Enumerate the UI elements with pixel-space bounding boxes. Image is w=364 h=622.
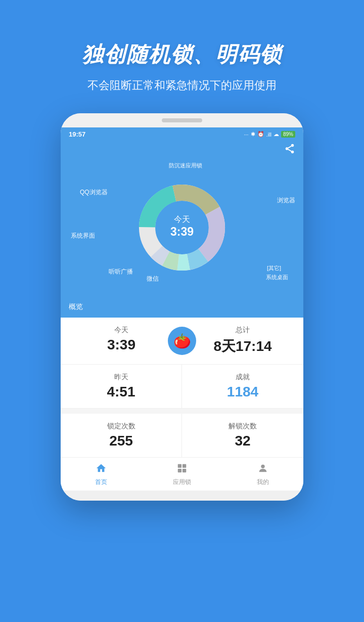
today-label: 今天	[71, 326, 172, 335]
wifi-icon: ☁	[274, 131, 279, 138]
stat-achievement: 成就 1184	[182, 365, 303, 408]
stat-lock-count: 锁定次数 255	[61, 414, 182, 457]
profile-icon	[257, 463, 268, 477]
achievement-label: 成就	[192, 373, 293, 382]
yesterday-label: 昨天	[71, 373, 171, 382]
unlock-count-value: 32	[192, 433, 293, 449]
svg-rect-18	[178, 469, 181, 472]
svg-line-3	[288, 149, 291, 151]
total-value: 8天17:14	[192, 337, 293, 356]
section-divider	[61, 409, 303, 414]
home-label: 首页	[95, 478, 107, 486]
yesterday-value: 4:51	[71, 384, 171, 400]
phone-top-bar	[61, 113, 303, 127]
phone-tab-overview: 概览	[61, 298, 303, 318]
unlock-count-label: 解锁次数	[192, 422, 293, 431]
phone-mockup: 19:57 ··· ✱ ⏰ .ill ☁ 89%	[61, 113, 303, 501]
applock-icon	[176, 463, 188, 477]
stats-grid-top: 今天 3:39 🍅 总计 8天17:14	[61, 318, 303, 365]
stats-grid-bottom: 昨天 4:51 成就 1184	[61, 365, 303, 409]
lock-count-value: 255	[71, 433, 171, 449]
chart-area: 防沉迷应用锁 QQ浏览器 浏览器 系统界面 [其它] 系统桌面 听听广播 微信	[61, 157, 303, 298]
phone-bottom-bar	[61, 491, 303, 501]
status-time: 19:57	[69, 130, 85, 138]
total-label: 总计	[192, 326, 293, 335]
signal-icon: .ill	[266, 131, 271, 138]
svg-text:3:39: 3:39	[170, 225, 194, 238]
chart-label-wechat: 微信	[147, 275, 159, 283]
status-icons: ··· ✱ ⏰ .ill ☁ 89%	[244, 131, 295, 138]
chart-label-desktop: 系统桌面	[266, 274, 288, 281]
chart-label-system-ui: 系统界面	[71, 232, 95, 240]
today-value: 3:39	[71, 337, 172, 353]
stat-unlock-count: 解锁次数 32	[182, 414, 303, 457]
nav-item-applock[interactable]: 应用锁	[142, 458, 222, 491]
bottom-nav: 首页 应用锁	[61, 457, 303, 491]
mine-label: 我的	[257, 478, 269, 486]
share-row	[61, 141, 303, 157]
chart-label-radio: 听听广播	[109, 268, 133, 276]
chart-label-other: [其它]	[267, 264, 281, 272]
hero-subtitle: 不会阻断正常和紧急情况下的应用使用	[87, 78, 277, 93]
hero-title: 独创随机锁、明码锁	[82, 40, 282, 69]
battery-indicator: 89%	[281, 131, 295, 138]
chart-label-browser: 浏览器	[277, 196, 295, 205]
svg-line-4	[288, 146, 291, 148]
phone-speaker	[162, 118, 202, 122]
svg-point-0	[291, 144, 294, 147]
nav-item-mine[interactable]: 我的	[222, 458, 303, 491]
status-bar: 19:57 ··· ✱ ⏰ .ill ☁ 89%	[61, 127, 303, 141]
chart-label-qq: QQ浏览器	[80, 188, 108, 197]
stat-today: 今天 3:39	[61, 318, 182, 364]
svg-point-1	[286, 147, 289, 150]
tomato-icon: 🍅	[173, 333, 191, 349]
stat-yesterday: 昨天 4:51	[61, 365, 182, 408]
achievement-value: 1184	[192, 384, 293, 400]
nav-item-home[interactable]: 首页	[61, 458, 142, 491]
svg-rect-16	[178, 464, 181, 468]
svg-rect-19	[183, 469, 186, 472]
stat-total: 总计 8天17:14	[182, 318, 303, 364]
bluetooth-icon: ···	[244, 131, 248, 138]
svg-rect-17	[183, 464, 186, 468]
stats-grid-lock: 锁定次数 255 解锁次数 32	[61, 414, 303, 457]
phone-screen: 19:57 ··· ✱ ⏰ .ill ☁ 89%	[61, 127, 303, 491]
svg-point-20	[261, 465, 264, 468]
share-icon[interactable]	[284, 143, 295, 157]
chart-label-app-lock: 防沉迷应用锁	[169, 162, 202, 169]
alarm-icon: ⏰	[257, 131, 264, 138]
svg-point-2	[291, 151, 294, 154]
donut-chart: 今天 3:39	[124, 169, 240, 286]
svg-text:今天: 今天	[174, 214, 190, 224]
home-icon	[96, 463, 107, 477]
applock-label: 应用锁	[173, 478, 191, 486]
bluetooth-symbol: ✱	[251, 131, 255, 138]
stats-area: 今天 3:39 🍅 总计 8天17:14 昨天 4:51 成就 1184	[61, 318, 303, 491]
lock-count-label: 锁定次数	[71, 422, 171, 431]
